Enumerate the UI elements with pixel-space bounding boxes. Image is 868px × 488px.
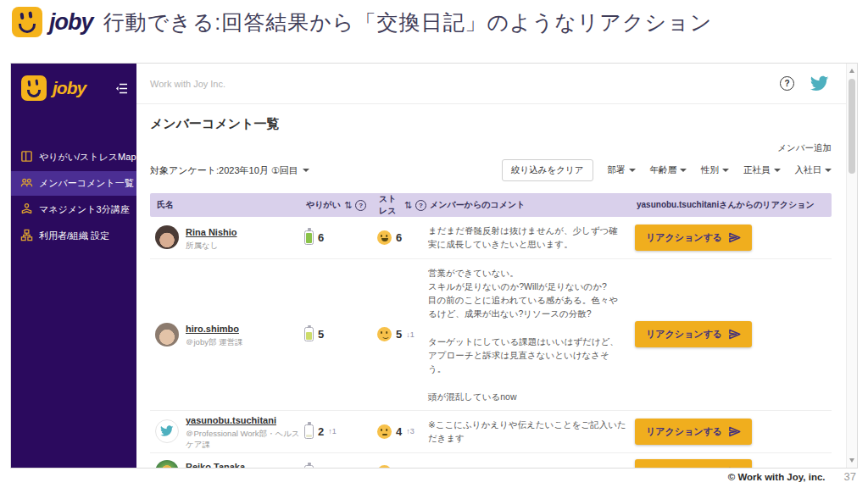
chevron-down-icon (722, 169, 729, 172)
company-name: Work with Joy Inc. (150, 79, 780, 89)
emoji-face-icon (377, 230, 392, 245)
slide-header: joby 行動できる:回答結果から「交換日記」のようなリアクション (12, 7, 712, 37)
add-member-row: メンバー追加 (150, 139, 832, 154)
sidebar-item-map[interactable]: やりがい/ストレスMap (11, 145, 136, 169)
member-cell: Rina Nishio 所属なし (150, 224, 304, 252)
topbar: Work with Joy Inc. ? (136, 64, 857, 104)
stress-score: 6 (377, 230, 428, 245)
stress-score: 4 ↑3 (377, 424, 428, 439)
sidebar-wordmark: joby (53, 78, 109, 98)
sidebar-item-member-comments[interactable]: メンバーコメント一覧 (11, 171, 136, 196)
lecture-icon (20, 202, 33, 217)
page-title: メンバーコメント一覧 (150, 116, 832, 132)
page-body: メンバーコメント一覧 メンバー追加 対象アンケート:2023年10月 ①回目 絞… (136, 104, 857, 469)
table-row: Reiko Tanaka Professional Work部・RPO課 5 5… (150, 453, 832, 469)
filter-age-group[interactable]: 年齢層 (650, 164, 687, 176)
joby-logo-icon (12, 7, 42, 37)
sidebar-item-management-course[interactable]: マネジメント3分講座 (11, 197, 136, 222)
battery-icon (304, 424, 314, 439)
joby-wordmark: joby (49, 9, 93, 36)
slide-footer: © Work with Joy, inc. 37 (728, 470, 856, 483)
sidebar-item-org-settings[interactable]: 利用者/組織 設定 (11, 224, 136, 248)
reaction-button[interactable]: リアクションする (635, 419, 752, 445)
collapse-sidebar-icon[interactable] (115, 83, 128, 94)
member-comment: ※ここにふりかえりや伝えたいことをご記入いただきます (428, 411, 635, 452)
send-icon (728, 425, 741, 438)
member-name-link[interactable]: Rina Nishio (186, 227, 237, 237)
send-icon (728, 466, 741, 469)
sidebar-item-label: マネジメント3分講座 (39, 203, 130, 216)
filter-join-date[interactable]: 入社日 (795, 164, 832, 176)
reaction-cell: リアクションする (635, 321, 832, 347)
page-number: 37 (844, 470, 856, 483)
yarigai-score: 6 (304, 230, 377, 245)
send-icon (728, 231, 741, 244)
battery-icon (304, 327, 314, 341)
sidebar-item-label: 利用者/組織 設定 (39, 230, 109, 242)
scroll-up-icon[interactable] (849, 69, 854, 73)
avatar (155, 225, 179, 249)
members-icon (20, 176, 33, 191)
add-member-button[interactable]: メンバー追加 (777, 142, 832, 152)
stress-score: 5 ↓1 (377, 327, 428, 341)
sidebar-item-label: やりがい/ストレスMap (39, 151, 136, 164)
reaction-button[interactable]: リアクションする (635, 321, 752, 347)
sidebar-item-label: メンバーコメント一覧 (39, 177, 134, 190)
table-header: 氏名 やりがい ⇅ ? ストレス ⇅ ? メンバーからのコメント yasunob… (150, 193, 832, 217)
sort-icon[interactable]: ⇅ (344, 200, 352, 211)
help-icon[interactable]: ? (355, 200, 366, 211)
member-cell: hiro.shimbo ＠joby部 運営課 (150, 320, 304, 348)
filter-row: 対象アンケート:2023年10月 ①回目 絞り込みをクリア 部署 年齢層 性別 … (150, 159, 832, 181)
clear-filter-button[interactable]: 絞り込みをクリア (502, 159, 593, 181)
sidebar-nav: やりがい/ストレスMap メンバーコメント一覧 マネジメント3分講座 利用者/組… (11, 145, 136, 248)
send-icon (728, 328, 741, 341)
table-row: Rina Nishio 所属なし 6 6 まだまだ脊髄反射は抜けませんが、少しず… (150, 217, 832, 259)
yarigai-score: 5 (304, 327, 377, 341)
table-row: hiro.shimbo ＠joby部 運営課 5 5 ↓1 営業ができていない。… (150, 259, 832, 412)
member-name-link[interactable]: yasunobu.tsuchitani (186, 415, 276, 425)
reaction-button[interactable]: リアクションする (635, 225, 752, 251)
emoji-face-icon (377, 327, 392, 341)
filter-department[interactable]: 部署 (608, 164, 636, 176)
filter-group: 絞り込みをクリア 部署 年齢層 性別 正社員 入社日 (502, 159, 832, 181)
member-dept: ＠joby部 運営課 (186, 337, 243, 348)
help-icon[interactable]: ? (415, 200, 426, 211)
stress-score: 5 (377, 465, 428, 469)
user-avatar-bird-icon[interactable] (808, 72, 832, 96)
sidebar: joby やりがい/ストレスMap メンバーコメント一覧 マネジメント3分講座 (11, 64, 136, 468)
copyright: © Work with Joy, inc. (728, 472, 826, 482)
sidebar-logo: joby (11, 64, 136, 101)
reaction-button[interactable]: リアクションする (635, 459, 752, 469)
avatar (155, 323, 179, 347)
battery-icon (304, 230, 314, 245)
reaction-cell: リアクションする (635, 419, 832, 445)
filter-gender[interactable]: 性別 (701, 164, 729, 176)
org-settings-icon (20, 229, 33, 243)
survey-select[interactable]: 対象アンケート:2023年10月 ①回目 (150, 164, 309, 177)
member-dept: ＠Professional Work部・ヘルスケア課 (186, 429, 304, 451)
scrollbar-thumb[interactable] (849, 79, 855, 174)
col-comment: メンバーからのコメント (428, 199, 635, 211)
app-window: joby やりがい/ストレスMap メンバーコメント一覧 マネジメント3分講座 (10, 63, 858, 469)
chevron-down-icon (825, 169, 832, 172)
avatar (155, 460, 179, 469)
sort-icon[interactable]: ⇅ (404, 200, 412, 211)
col-reaction: yasunobu.tsuchitaniさんからのリアクション (635, 199, 832, 211)
content-area: Work with Joy Inc. ? メンバーコメント一覧 メンバー追加 対… (136, 64, 857, 468)
avatar-bird-icon (155, 419, 179, 443)
yarigai-score: 5 (304, 465, 377, 469)
col-stress: ストレス ⇅ ? (377, 193, 428, 217)
filter-employment[interactable]: 正社員 (743, 164, 781, 176)
member-comment: UTさんの返信がほしい! (428, 458, 635, 469)
member-comment: 営業ができていない。 スキルが足りないのか?Willが足りないのか? 目の前のこ… (428, 259, 635, 411)
scrollbar[interactable] (846, 64, 857, 468)
member-name-link[interactable]: hiro.shimbo (186, 324, 239, 334)
slide-title: 行動できる:回答結果から「交換日記」のようなリアクション (103, 8, 713, 36)
help-icon[interactable]: ? (780, 76, 794, 91)
map-icon (20, 150, 33, 164)
chevron-down-icon (680, 169, 687, 172)
chevron-down-icon (303, 169, 309, 172)
member-name-link[interactable]: Reiko Tanaka (186, 462, 245, 469)
scroll-down-icon[interactable] (849, 458, 854, 463)
member-cell: yasunobu.tsuchitani ＠Professional Work部・… (150, 412, 304, 451)
